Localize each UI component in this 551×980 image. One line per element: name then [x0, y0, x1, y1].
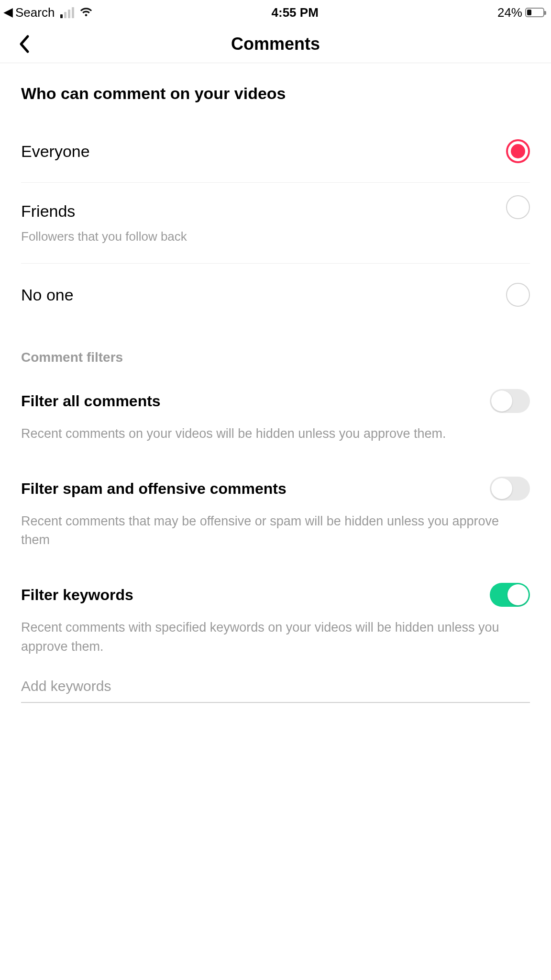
battery-percent: 24%	[497, 5, 522, 20]
back-to-app-label[interactable]: Search	[15, 5, 55, 20]
status-time: 4:55 PM	[272, 5, 319, 20]
page-title: Comments	[231, 34, 320, 54]
toggle-label: Filter all comments	[21, 392, 161, 410]
wifi-icon	[80, 5, 92, 20]
section-title-comment-filters: Comment filters	[0, 331, 551, 370]
radio-indicator	[506, 139, 530, 163]
radio-label: No one	[21, 286, 74, 304]
status-right: 24%	[497, 5, 544, 20]
toggle-row-filter-spam: Filter spam and offensive comments Recen…	[0, 443, 551, 549]
section-title-who-can-comment: Who can comment on your videos	[0, 63, 551, 117]
toggle-label: Filter spam and offensive comments	[21, 480, 287, 498]
toggle-row-filter-all: Filter all comments Recent comments on y…	[0, 370, 551, 443]
cellular-signal-icon	[60, 7, 74, 18]
toggle-filter-all[interactable]	[490, 389, 530, 413]
toggle-description: Recent comments with specified keywords …	[21, 618, 530, 656]
status-bar: ◀ Search 4:55 PM 24%	[0, 0, 551, 25]
battery-icon	[525, 8, 544, 17]
chevron-left-icon	[18, 34, 30, 54]
status-left: ◀ Search	[4, 5, 92, 20]
radio-indicator	[506, 283, 530, 307]
radio-option-everyone[interactable]: Everyone	[21, 117, 530, 183]
back-button[interactable]	[14, 34, 33, 54]
toggle-filter-spam[interactable]	[490, 477, 530, 501]
add-keywords-input[interactable]: Add keywords	[21, 678, 530, 703]
toggle-description: Recent comments on your videos will be h…	[21, 424, 530, 443]
toggle-row-filter-keywords: Filter keywords Recent comments with spe…	[0, 549, 551, 656]
nav-header: Comments	[0, 25, 551, 63]
back-to-app-caret-icon[interactable]: ◀	[4, 6, 12, 18]
radio-option-friends[interactable]: Friends Followers that you follow back	[21, 183, 530, 264]
toggle-filter-keywords[interactable]	[490, 583, 530, 607]
toggle-label: Filter keywords	[21, 586, 133, 604]
radio-label: Everyone	[21, 142, 90, 161]
radio-indicator	[506, 195, 530, 219]
radio-option-no-one[interactable]: No one	[21, 264, 530, 321]
toggle-description: Recent comments that may be offensive or…	[21, 512, 530, 549]
radio-group-who-can-comment: Everyone Friends Followers that you foll…	[0, 117, 551, 331]
add-keywords-placeholder: Add keywords	[21, 678, 111, 694]
radio-sublabel: Followers that you follow back	[21, 229, 187, 244]
radio-label: Friends	[21, 202, 187, 221]
